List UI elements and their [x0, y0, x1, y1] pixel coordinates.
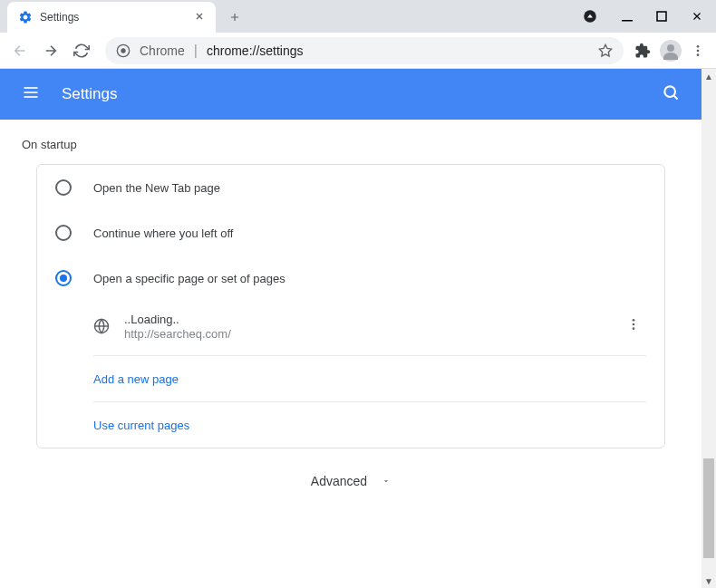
- chrome-menu-icon[interactable]: [691, 43, 705, 58]
- svg-point-9: [697, 49, 700, 52]
- svg-line-15: [674, 96, 678, 100]
- radio-icon: [55, 225, 72, 241]
- omnibox-separator: |: [194, 43, 198, 59]
- use-current-pages-link[interactable]: Use current pages: [93, 419, 189, 432]
- gear-icon: [18, 10, 33, 24]
- radio-icon: [55, 179, 72, 196]
- minimize-icon[interactable]: [622, 11, 633, 22]
- radio-new-tab[interactable]: Open the New Tab page: [37, 165, 664, 210]
- omnibox-origin: Chrome: [140, 43, 185, 58]
- maximize-icon[interactable]: [656, 11, 667, 22]
- omnibox-url: chrome://settings: [207, 43, 589, 58]
- svg-point-18: [633, 319, 635, 322]
- new-tab-button[interactable]: [223, 5, 247, 33]
- bookmark-star-icon[interactable]: [598, 43, 613, 58]
- scrollbar-up-arrow[interactable]: ▲: [701, 69, 716, 83]
- globe-icon: [93, 318, 110, 334]
- advanced-label: Advanced: [311, 474, 367, 488]
- svg-rect-1: [622, 20, 633, 22]
- scrollbar-thumb[interactable]: [703, 458, 714, 558]
- browser-toolbar: Chrome | chrome://settings: [0, 33, 716, 69]
- page-entry-url: http://searcheq.com/: [124, 327, 606, 341]
- radio-label: Open the New Tab page: [93, 181, 220, 195]
- svg-marker-5: [599, 44, 611, 56]
- close-window-icon[interactable]: [691, 10, 703, 23]
- startup-card: Open the New Tab page Continue where you…: [36, 164, 665, 448]
- reload-button[interactable]: [69, 38, 94, 63]
- content-area: Settings On startup Open the New Tab pag…: [0, 69, 716, 588]
- page-info: ..Loading.. http://searcheq.com/: [124, 313, 606, 341]
- page-entry-more-button[interactable]: [621, 312, 646, 341]
- svg-point-10: [697, 53, 700, 56]
- chrome-icon: [116, 43, 131, 58]
- add-new-page-link[interactable]: Add a new page: [93, 372, 179, 386]
- svg-point-20: [633, 327, 635, 330]
- radio-label: Open a specific page or set of pages: [93, 272, 285, 285]
- browser-tab[interactable]: Settings: [7, 2, 216, 33]
- forward-button[interactable]: [38, 38, 63, 63]
- svg-point-19: [633, 323, 635, 326]
- address-bar[interactable]: Chrome | chrome://settings: [105, 37, 624, 64]
- settings-title: Settings: [62, 85, 654, 103]
- advanced-toggle[interactable]: Advanced: [0, 448, 701, 514]
- close-tab-icon[interactable]: [192, 7, 207, 27]
- page-entry-title: ..Loading..: [124, 313, 606, 326]
- settings-body: On startup Open the New Tab page Continu…: [0, 120, 701, 532]
- section-title-startup: On startup: [0, 138, 701, 164]
- svg-point-8: [697, 45, 700, 48]
- chrome-badge-icon[interactable]: [582, 8, 598, 24]
- svg-point-14: [664, 86, 675, 97]
- radio-icon-selected: [55, 270, 72, 286]
- profile-avatar-icon[interactable]: [660, 40, 682, 62]
- chevron-down-icon: [382, 477, 391, 486]
- add-new-page-row[interactable]: Add a new page: [93, 356, 646, 402]
- scrollbar-down-arrow[interactable]: ▼: [701, 574, 716, 588]
- radio-specific-pages[interactable]: Open a specific page or set of pages: [37, 255, 664, 301]
- back-button[interactable]: [7, 38, 33, 63]
- radio-continue[interactable]: Continue where you left off: [37, 210, 664, 255]
- use-current-pages-row[interactable]: Use current pages: [93, 402, 646, 448]
- extensions-icon[interactable]: [634, 43, 651, 59]
- search-settings-button[interactable]: [654, 76, 687, 112]
- svg-rect-2: [657, 12, 666, 21]
- tab-title: Settings: [40, 11, 185, 24]
- window-controls: [582, 0, 703, 33]
- svg-point-4: [121, 48, 125, 53]
- settings-header: Settings: [0, 69, 701, 120]
- tab-strip: Settings: [0, 0, 716, 33]
- radio-label: Continue where you left off: [93, 227, 233, 240]
- hamburger-menu-button[interactable]: [15, 76, 47, 112]
- scrollbar-track[interactable]: ▲ ▼: [701, 69, 716, 588]
- startup-page-entry: ..Loading.. http://searcheq.com/: [93, 301, 646, 356]
- svg-point-7: [667, 44, 674, 52]
